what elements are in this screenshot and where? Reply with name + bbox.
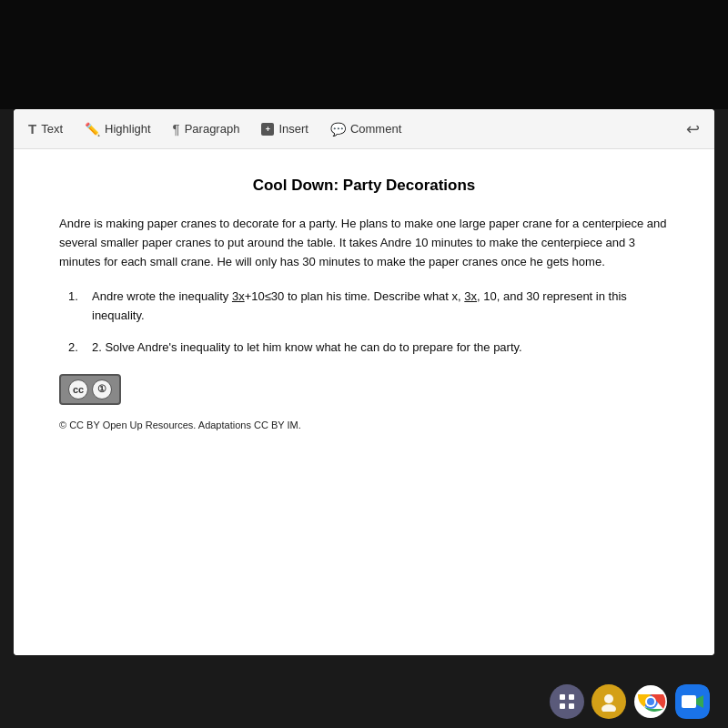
svg-point-4 [604,694,613,703]
svg-rect-0 [560,694,565,700]
toolbar: T Text ✏️ Highlight ¶ Paragraph + Insert… [14,109,714,149]
questions-list: 1. Andre wrote the inequality 3x+10≤30 t… [68,288,669,357]
highlight-label: Highlight [105,122,151,136]
svg-rect-3 [569,703,574,709]
svg-point-9 [647,698,654,705]
comment-label: Comment [350,122,401,136]
highlight-icon: ✏️ [85,122,100,136]
document-title: Cool Down: Party Decorations [59,177,669,195]
insert-icon: + [261,123,274,136]
apps-icon[interactable] [550,684,584,719]
cc-circle-icon: cc [68,379,88,399]
question-1: 1. Andre wrote the inequality 3x+10≤30 t… [68,288,669,326]
svg-rect-1 [569,694,574,700]
q1-text: Andre wrote the inequality 3x+10≤30 to p… [92,288,669,326]
question-2: 2. 2. Solve Andre's inequality to let hi… [68,339,669,358]
copyright-text: © CC BY Open Up Resources. Adaptations C… [59,420,669,430]
cc-badge: cc ① [59,374,121,405]
paragraph-icon: ¶ [173,121,180,136]
text-label: Text [41,122,63,136]
meet-icon[interactable] [675,684,710,719]
q2-text: 2. Solve Andre's inequality to let him k… [92,339,522,358]
q1-number: 1. [68,288,86,326]
taskbar [550,684,710,719]
q2-number: 2. [68,339,86,358]
screen-area: T Text ✏️ Highlight ¶ Paragraph + Insert… [14,109,714,655]
insert-tool[interactable]: + Insert [261,122,308,136]
paragraph-tool[interactable]: ¶ Paragraph [173,121,240,136]
black-bar-top [0,0,728,109]
q1-eq1: 3x [232,289,245,303]
q1-eq2: 3x [464,289,477,303]
comment-tool[interactable]: 💬 Comment [330,122,401,136]
intro-paragraph: Andre is making paper cranes to decorate… [59,215,669,271]
text-tool[interactable]: T Text [28,121,63,136]
paragraph-label: Paragraph [185,122,240,136]
insert-label: Insert [278,122,308,136]
user-icon[interactable] [592,684,626,719]
highlight-tool[interactable]: ✏️ Highlight [85,122,151,136]
cc-person-icon: ① [92,379,112,399]
svg-point-5 [602,704,616,712]
document-content: Cool Down: Party Decorations Andre is ma… [14,149,714,655]
undo-button[interactable]: ↩ [686,119,700,139]
svg-rect-11 [682,695,696,708]
svg-rect-2 [560,703,565,709]
text-icon: T [28,121,36,136]
comment-icon: 💬 [330,122,346,136]
chrome-icon[interactable] [633,684,668,719]
